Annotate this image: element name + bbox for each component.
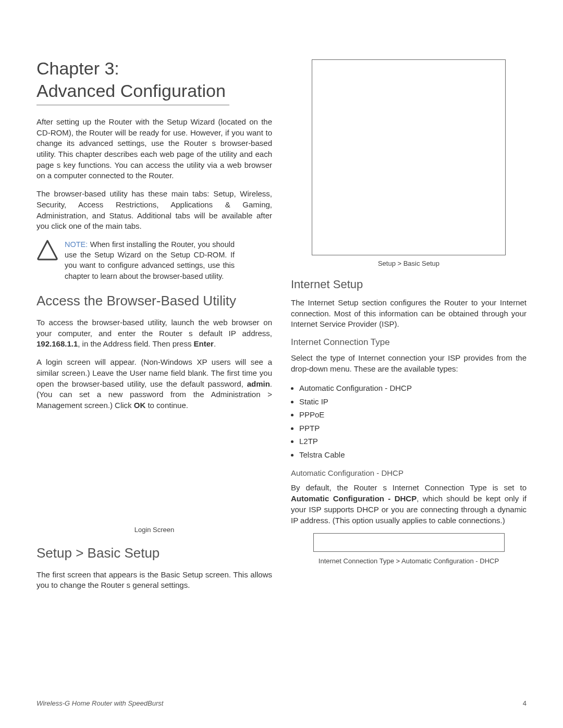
- page-footer: Wireless-G Home Router with SpeedBurst 4: [36, 699, 527, 707]
- default-ip: 192.168.1.1: [36, 339, 78, 348]
- screenshot-basic-setup: [312, 59, 506, 255]
- intro-paragraph-2: The browser-based utility has these main…: [36, 189, 272, 232]
- list-item: Automatic Configuration - DHCP: [299, 381, 527, 395]
- access-paragraph-1: To access the browser-based utility, lau…: [36, 317, 272, 350]
- basic-setup-paragraph: The first screen that appears is the Bas…: [36, 570, 272, 591]
- field-username: User name: [130, 368, 168, 377]
- note-label: NOTE:: [65, 240, 88, 249]
- dhcp-paragraph: By default, the Router s Internet Connec…: [291, 483, 527, 526]
- internet-setup-paragraph: The Internet Setup section configures th…: [291, 298, 527, 330]
- list-item: Static IP: [299, 395, 527, 409]
- note-callout: NOTE: When first installing the Router, …: [36, 239, 235, 281]
- chapter-name: Advanced Configuration: [36, 81, 226, 101]
- right-column: Setup > Basic Setup Internet Setup The I…: [291, 57, 527, 598]
- caption-login-screen: Login Screen: [36, 526, 272, 534]
- note-text: NOTE: When first installing the Router, …: [65, 239, 235, 281]
- screenshot-dhcp-dropdown: [313, 533, 505, 552]
- key-enter: Enter: [194, 339, 214, 348]
- dhcp-bold: Automatic Configuration - DHCP: [291, 494, 417, 503]
- two-column-layout: Chapter 3: Advanced Configuration After …: [36, 57, 527, 598]
- heading-access-utility: Access the Browser-Based Utility: [36, 293, 272, 309]
- footer-page-number: 4: [523, 699, 527, 707]
- connection-type-paragraph: Select the type of Internet connection y…: [291, 353, 527, 374]
- button-label-ok: OK: [134, 401, 146, 410]
- caption-basic-setup: Setup > Basic Setup: [291, 260, 527, 267]
- caption-dhcp: Internet Connection Type > Automatic Con…: [291, 557, 527, 565]
- list-item: PPTP: [299, 422, 527, 435]
- chapter-rule: [36, 105, 229, 105]
- list-item: Telstra Cable: [299, 448, 527, 462]
- intro-paragraph-1: After setting up the Router with the Set…: [36, 117, 272, 181]
- heading-dhcp: Automatic Configuration - DHCP: [291, 468, 527, 477]
- heading-connection-type: Internet Connection Type: [291, 337, 527, 348]
- left-column: Chapter 3: Advanced Configuration After …: [36, 57, 272, 598]
- document-page: Chapter 3: Advanced Configuration After …: [0, 0, 563, 728]
- chapter-number: Chapter 3:: [36, 58, 119, 78]
- chapter-title: Chapter 3: Advanced Configuration: [36, 57, 272, 102]
- access-paragraph-2: A login screen will appear. (Non-Windows…: [36, 357, 272, 411]
- list-item: PPPoE: [299, 408, 527, 422]
- list-item: L2TP: [299, 435, 527, 448]
- heading-setup-basic: Setup > Basic Setup: [36, 545, 272, 561]
- warning-triangle-icon: [36, 239, 58, 261]
- heading-internet-setup: Internet Setup: [291, 278, 527, 291]
- default-password: admin: [247, 379, 270, 388]
- footer-product-name: Wireless-G Home Router with SpeedBurst: [36, 699, 163, 707]
- note-body: When first installing the Router, you sh…: [65, 240, 235, 280]
- basic-setup-em: Basic Setup: [161, 570, 203, 579]
- connection-types-list: Automatic Configuration - DHCP Static IP…: [299, 381, 527, 461]
- login-screenshot-placeholder: [36, 418, 272, 523]
